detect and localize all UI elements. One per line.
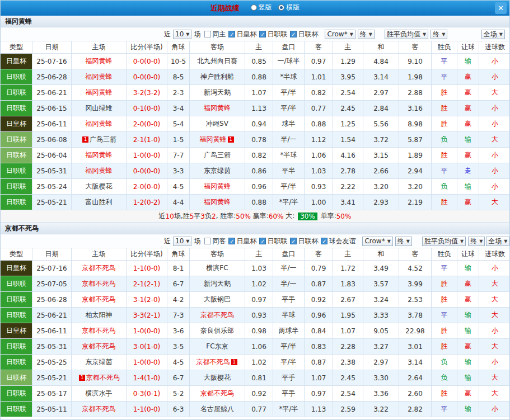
home-team-name: 富山胜利 (86, 197, 113, 207)
filter-checkbox-日职联[interactable]: ✓日职联 (259, 30, 287, 39)
goals-result-cell: 小 (479, 69, 510, 85)
team-name: 京都不死鸟 (5, 224, 39, 233)
corners-cell: 8-1 (167, 261, 190, 276)
handicap-result-cell: 输 (457, 179, 479, 195)
column-header-type: 类型 (1, 248, 32, 261)
league-type-cell: 日联杯 (1, 132, 32, 148)
score-cell: 0-0(0-0) (127, 54, 167, 69)
summary-row: 近10场,胜5平3负2, 胜率:50% 赢率:60% 大: 30% 单率:50% (1, 210, 509, 223)
match-row[interactable]: 日职联25-05-11京都不死鸟1-1(0-0)6-3名古屋鲸八0.77*平/半… (1, 402, 509, 417)
summary-segment: 50% (336, 213, 352, 220)
column-header-away: 客场 (190, 41, 245, 54)
eu-away-odds-cell: 2.64 (399, 370, 432, 386)
match-row[interactable]: 日职联25-06-28京都不死鸟3-1(2-0)4-2大阪钢巴0.97平手0.9… (1, 292, 509, 308)
column-header-type: 类型 (1, 41, 32, 54)
score-cell: 3-1(2-0) (127, 292, 167, 308)
checkbox-unchecked-icon (204, 31, 211, 37)
eu-away-odds-cell: 22.98 (399, 323, 432, 339)
eu-draw-odds-cell: 3.72 (363, 132, 399, 148)
eu-home-odds-cell: 2.59 (333, 402, 363, 417)
ah-away-odds-cell: 0.87 (305, 276, 333, 292)
radio-vertical-layout[interactable]: 竖版 (251, 3, 272, 12)
away-team-cell: 冲绳SV (190, 116, 245, 132)
filter-checkbox-日皇杯[interactable]: ✓日皇杯 (228, 237, 256, 246)
match-row[interactable]: 日职联25-05-21富山胜利1-2(0-2)4-4福冈黄蜂0.88*平/半1.… (1, 195, 509, 210)
match-row[interactable]: 日皇杯25-06-11福冈黄蜂2-0(0-0)5-4冲绳SV0.94球半0.88… (1, 116, 509, 132)
match-row[interactable]: 日职联25-05-25东京绿茵1-0(0-0)4-5京都不死鸟11.02平/半0… (1, 355, 509, 370)
scope-select[interactable]: 全场▼ (486, 237, 509, 246)
dropdown-arrow-icon: ▼ (442, 32, 445, 37)
red-card-badge: 1 (228, 136, 234, 143)
asian-odds-time-select[interactable]: 终▼ (395, 237, 412, 246)
home-team-name: 京都不死鸟 (82, 295, 116, 304)
match-row[interactable]: 日皇杯25-07-16京都不死鸟1-1(0-0)8-1横滨FC1.03半/一0.… (1, 261, 509, 276)
match-row[interactable]: 日职联25-06-21福冈黄蜂3-2(3-2)2-3新泻天鹅1.07平/半0.8… (1, 85, 509, 101)
date-cell: 25-07-16 (32, 261, 72, 276)
match-row[interactable]: 日皇杯25-06-11京都不死鸟1-0(0-0)3-6奈良俱乐部0.98两球半0… (1, 323, 509, 339)
ah-handicap-cell: 平手 (273, 370, 305, 386)
asian-odds-time-select[interactable]: 终▼ (358, 30, 375, 39)
match-row[interactable]: 日职联25-05-31京都不死鸟3-0(1-0)3-5FC东京1.06平/半0.… (1, 339, 509, 355)
league-type-cell: 日皇杯 (1, 261, 32, 276)
date-cell: 25-05-21 (32, 195, 72, 210)
odds-company-select[interactable]: Crow*▼ (362, 237, 392, 246)
match-row[interactable]: 日职联25-06-15冈山绿雉0-1(0-0)3-4福冈黄蜂1.13平/半0.7… (1, 101, 509, 116)
dropdown-arrow-icon: ▼ (369, 32, 372, 37)
match-count-select[interactable]: 10▼ (173, 30, 191, 39)
filter-checkbox-日联杯[interactable]: ✓日联杯 (290, 237, 318, 246)
ah-home-odds-cell: 1.03 (245, 261, 273, 276)
home-team-cell: 京都不死鸟 (72, 339, 127, 355)
filter-checkbox-同客[interactable]: 同客 (204, 237, 226, 246)
corners-cell: 3-4 (167, 101, 190, 116)
team-section-2: 京都不死鸟近10▼场同客✓日皇杯✓日职联✓日联杯✓球会友谊Crow*▼终▼胜平负… (1, 223, 509, 417)
corners-cell: 1-5 (167, 132, 190, 148)
match-row[interactable]: 日职联25-05-24大阪樱花2-0(0-0)4-5福冈黄蜂0.96平/半0.9… (1, 179, 509, 195)
match-row[interactable]: 日联杯25-06-04福冈黄蜂1-0(0-0)7-7广岛三箭0.82*半球1.0… (1, 148, 509, 163)
filter-checkbox-日皇杯[interactable]: ✓日皇杯 (228, 30, 256, 39)
match-row[interactable]: 日职联25-06-28福冈黄蜂0-0(0-0)8-5神户胜利船0.88*半球1.… (1, 69, 509, 85)
radio-horizontal-layout[interactable]: 横版 (278, 3, 300, 12)
handicap-result-cell: 输 (457, 355, 479, 370)
corners-cell: 6-3 (167, 402, 190, 417)
filter-checkbox-日职联[interactable]: ✓日职联 (259, 237, 287, 246)
match-row[interactable]: 日职联25-05-17横滨水手0-3(0-1)5-2京都不死鸟0.92平手0.9… (1, 386, 509, 402)
eu-away-odds-cell: 3.20 (399, 179, 432, 195)
ah-handicap-cell: 平手 (273, 386, 305, 402)
handicap-result-cell: 赢 (457, 101, 479, 116)
match-count-select[interactable]: 10▼ (173, 237, 191, 246)
column-header-corners: 角球 (167, 248, 190, 261)
match-row[interactable]: 日皇杯25-07-16福冈黄蜂0-0(0-0)10-5北九州向日葵0.85一/球… (1, 54, 509, 69)
scope-select[interactable]: 全场▼ (481, 30, 505, 39)
match-row[interactable]: 日联杯25-06-081广岛三箭2-1(1-0)1-5福冈黄蜂10.78半/一1… (1, 132, 509, 148)
match-row[interactable]: 日职联25-06-21柏太阳神3-3(2-1)7-3京都不死鸟0.93半球0.9… (1, 308, 509, 323)
column-header-eu-away: 客 (399, 248, 432, 261)
ah-handicap-cell: 半/一 (273, 276, 305, 292)
ah-handicap-cell: *半球 (273, 148, 305, 163)
score-cell: 0-3(0-1) (127, 386, 167, 402)
match-row[interactable]: 日职联25-07-05京都不死鸟2-1(2-1)6-7新泻天鹅1.02半/一0.… (1, 276, 509, 292)
filter-checkbox-同主[interactable]: 同主 (204, 30, 226, 39)
match-row[interactable]: 日联杯25-05-211京都不死鸟1-4(1-0)6-7大阪樱花0.81平手1.… (1, 370, 509, 386)
ah-home-odds-cell: 0.92 (245, 386, 273, 402)
europe-odds-select[interactable]: 胜平负均值▼ (385, 30, 428, 39)
away-team-name: 京都不死鸟 (196, 357, 230, 367)
europe-odds-time-select[interactable]: 终▼ (468, 237, 485, 246)
close-button[interactable]: ✕ (495, 2, 507, 14)
home-team-cell: 福冈黄蜂 (72, 163, 127, 179)
filter-checkbox-球会友谊[interactable]: ✓球会友谊 (321, 237, 355, 246)
date-cell: 25-06-04 (32, 148, 72, 163)
filter-checkbox-日联杯[interactable]: ✓日联杯 (290, 30, 318, 39)
eu-away-odds-cell: 3.01 (399, 339, 432, 355)
away-team-cell: 北九州向日葵 (190, 54, 245, 69)
ah-handicap-cell: 半球 (273, 308, 305, 323)
europe-odds-select[interactable]: 胜平负均值▼ (422, 237, 466, 246)
odds-company-select[interactable]: Crow*▼ (325, 30, 355, 39)
corners-cell: 4-5 (167, 179, 190, 195)
europe-odds-time-select[interactable]: 终▼ (431, 30, 447, 39)
result-cell: 负 (432, 355, 457, 370)
away-team-cell: 名古屋鲸八 (190, 402, 245, 417)
match-row[interactable]: 日职联25-05-31福冈黄蜂0-0(0-0)3-3东京绿茵0.86平半1.03… (1, 163, 509, 179)
team-section-1: 福冈黄蜂近10▼场同主✓日皇杯✓日职联✓日联杯Crow*▼终▼胜平负均值▼终▼全… (1, 16, 509, 223)
team-header: 京都不死鸟 (1, 223, 509, 234)
column-header-corners: 角球 (167, 41, 190, 54)
